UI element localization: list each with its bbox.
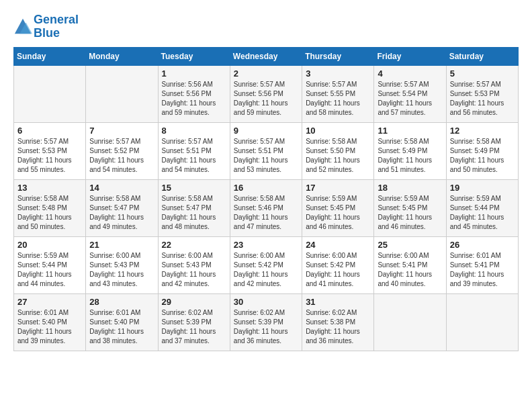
calendar-cell: 1Sunrise: 5:56 AM Sunset: 5:56 PM Daylig… [158,65,230,122]
calendar-cell [86,65,158,122]
calendar-table: SundayMondayTuesdayWednesdayThursdayFrid… [13,47,519,351]
day-number: 9 [234,126,298,136]
calendar-cell [374,293,446,351]
day-number: 28 [89,297,154,307]
day-info: Sunrise: 6:01 AM Sunset: 5:40 PM Dayligh… [89,308,154,346]
weekday-header: Tuesday [158,47,230,65]
day-number: 23 [234,240,298,250]
day-number: 18 [378,183,442,193]
page-header: General Blue [13,13,519,40]
day-number: 31 [306,297,370,307]
day-info: Sunrise: 5:57 AM Sunset: 5:55 PM Dayligh… [306,80,370,118]
day-info: Sunrise: 6:02 AM Sunset: 5:38 PM Dayligh… [306,308,370,346]
calendar-cell: 2Sunrise: 5:57 AM Sunset: 5:56 PM Daylig… [230,65,302,122]
day-number: 21 [89,240,154,250]
day-number: 4 [378,68,442,79]
day-info: Sunrise: 5:57 AM Sunset: 5:54 PM Dayligh… [378,80,442,118]
calendar-cell: 3Sunrise: 5:57 AM Sunset: 5:55 PM Daylig… [302,65,374,122]
day-info: Sunrise: 5:58 AM Sunset: 5:46 PM Dayligh… [234,194,298,232]
day-info: Sunrise: 5:57 AM Sunset: 5:53 PM Dayligh… [17,137,82,175]
calendar-cell: 6Sunrise: 5:57 AM Sunset: 5:53 PM Daylig… [14,122,86,179]
calendar-cell: 7Sunrise: 5:57 AM Sunset: 5:52 PM Daylig… [86,122,158,179]
logo-icon [13,17,32,36]
calendar-cell: 8Sunrise: 5:57 AM Sunset: 5:51 PM Daylig… [158,122,230,179]
calendar-cell: 10Sunrise: 5:58 AM Sunset: 5:50 PM Dayli… [302,122,374,179]
day-info: Sunrise: 6:01 AM Sunset: 5:41 PM Dayligh… [450,251,515,289]
day-info: Sunrise: 6:00 AM Sunset: 5:42 PM Dayligh… [306,251,370,289]
day-number: 11 [378,126,442,136]
calendar-cell: 9Sunrise: 5:57 AM Sunset: 5:51 PM Daylig… [230,122,302,179]
day-info: Sunrise: 5:58 AM Sunset: 5:49 PM Dayligh… [450,137,515,175]
calendar-cell: 19Sunrise: 5:59 AM Sunset: 5:44 PM Dayli… [446,179,518,236]
day-number: 12 [450,126,515,136]
calendar-cell: 31Sunrise: 6:02 AM Sunset: 5:38 PM Dayli… [302,293,374,351]
day-info: Sunrise: 5:57 AM Sunset: 5:51 PM Dayligh… [162,137,226,175]
day-number: 1 [162,68,226,79]
day-info: Sunrise: 6:00 AM Sunset: 5:42 PM Dayligh… [234,251,298,289]
day-number: 30 [234,297,298,307]
day-info: Sunrise: 5:59 AM Sunset: 5:45 PM Dayligh… [378,194,442,232]
calendar-week-row: 27Sunrise: 6:01 AM Sunset: 5:40 PM Dayli… [14,293,519,351]
day-number: 15 [162,183,226,193]
day-number: 16 [234,183,298,193]
day-number: 6 [17,126,82,136]
day-info: Sunrise: 5:58 AM Sunset: 5:50 PM Dayligh… [306,137,370,175]
day-number: 2 [234,68,298,79]
day-number: 24 [306,240,370,250]
day-number: 7 [89,126,154,136]
weekday-header: Friday [374,47,446,65]
weekday-header: Sunday [14,47,86,65]
calendar-cell: 24Sunrise: 6:00 AM Sunset: 5:42 PM Dayli… [302,236,374,293]
day-info: Sunrise: 5:58 AM Sunset: 5:47 PM Dayligh… [162,194,226,232]
day-number: 8 [162,126,226,136]
calendar-cell [446,293,518,351]
day-number: 3 [306,68,370,79]
day-number: 19 [450,183,515,193]
day-number: 25 [378,240,442,250]
calendar-cell: 28Sunrise: 6:01 AM Sunset: 5:40 PM Dayli… [86,293,158,351]
logo: General Blue [13,13,79,40]
weekday-header: Thursday [302,47,374,65]
calendar-cell: 18Sunrise: 5:59 AM Sunset: 5:45 PM Dayli… [374,179,446,236]
day-info: Sunrise: 5:57 AM Sunset: 5:51 PM Dayligh… [234,137,298,175]
day-info: Sunrise: 5:59 AM Sunset: 5:44 PM Dayligh… [450,194,515,232]
calendar-cell: 17Sunrise: 5:59 AM Sunset: 5:45 PM Dayli… [302,179,374,236]
day-number: 5 [450,68,515,79]
calendar-cell: 5Sunrise: 5:57 AM Sunset: 5:53 PM Daylig… [446,65,518,122]
day-number: 13 [17,183,82,193]
day-number: 10 [306,126,370,136]
calendar-cell [14,65,86,122]
day-info: Sunrise: 5:59 AM Sunset: 5:44 PM Dayligh… [17,251,82,289]
calendar-cell: 23Sunrise: 6:00 AM Sunset: 5:42 PM Dayli… [230,236,302,293]
calendar-cell: 11Sunrise: 5:58 AM Sunset: 5:49 PM Dayli… [374,122,446,179]
calendar-cell: 29Sunrise: 6:02 AM Sunset: 5:39 PM Dayli… [158,293,230,351]
day-info: Sunrise: 5:56 AM Sunset: 5:56 PM Dayligh… [162,80,226,118]
calendar-header: SundayMondayTuesdayWednesdayThursdayFrid… [14,47,519,65]
day-number: 22 [162,240,226,250]
day-info: Sunrise: 6:01 AM Sunset: 5:40 PM Dayligh… [17,308,82,346]
weekday-header: Saturday [446,47,518,65]
day-info: Sunrise: 5:59 AM Sunset: 5:45 PM Dayligh… [306,194,370,232]
day-info: Sunrise: 6:00 AM Sunset: 5:43 PM Dayligh… [89,251,154,289]
calendar-week-row: 13Sunrise: 5:58 AM Sunset: 5:48 PM Dayli… [14,179,519,236]
calendar-cell: 20Sunrise: 5:59 AM Sunset: 5:44 PM Dayli… [14,236,86,293]
day-number: 20 [17,240,82,250]
calendar-cell: 30Sunrise: 6:02 AM Sunset: 5:39 PM Dayli… [230,293,302,351]
day-info: Sunrise: 5:58 AM Sunset: 5:47 PM Dayligh… [89,194,154,232]
calendar-cell: 13Sunrise: 5:58 AM Sunset: 5:48 PM Dayli… [14,179,86,236]
day-number: 27 [17,297,82,307]
day-number: 26 [450,240,515,250]
calendar-cell: 15Sunrise: 5:58 AM Sunset: 5:47 PM Dayli… [158,179,230,236]
day-number: 29 [162,297,226,307]
calendar-week-row: 20Sunrise: 5:59 AM Sunset: 5:44 PM Dayli… [14,236,519,293]
calendar-cell: 4Sunrise: 5:57 AM Sunset: 5:54 PM Daylig… [374,65,446,122]
calendar-cell: 25Sunrise: 6:00 AM Sunset: 5:41 PM Dayli… [374,236,446,293]
day-info: Sunrise: 5:57 AM Sunset: 5:56 PM Dayligh… [234,80,298,118]
day-info: Sunrise: 5:58 AM Sunset: 5:48 PM Dayligh… [17,194,82,232]
calendar-cell: 14Sunrise: 5:58 AM Sunset: 5:47 PM Dayli… [86,179,158,236]
calendar-week-row: 6Sunrise: 5:57 AM Sunset: 5:53 PM Daylig… [14,122,519,179]
calendar-cell: 12Sunrise: 5:58 AM Sunset: 5:49 PM Dayli… [446,122,518,179]
day-info: Sunrise: 6:00 AM Sunset: 5:41 PM Dayligh… [378,251,442,289]
calendar-cell: 21Sunrise: 6:00 AM Sunset: 5:43 PM Dayli… [86,236,158,293]
calendar-cell: 22Sunrise: 6:00 AM Sunset: 5:43 PM Dayli… [158,236,230,293]
